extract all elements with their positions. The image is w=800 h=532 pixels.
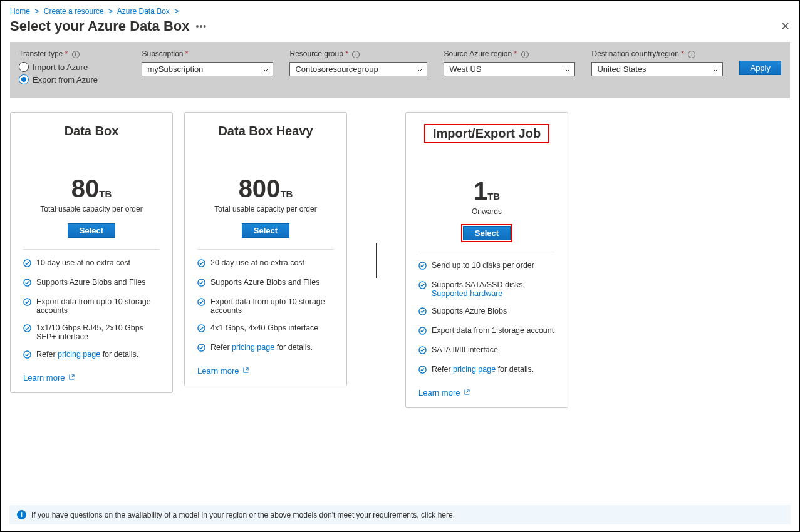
feature-item: Supports SATA/SSD disks. Supported hardw…	[418, 280, 555, 298]
feature-item: 10 day use at no extra cost	[23, 258, 160, 269]
resource-group-label: Resource group * i	[289, 49, 427, 58]
check-icon	[197, 324, 205, 334]
pricing-page-link[interactable]: pricing page	[232, 343, 274, 352]
card-import-export-job: Import/Export Job 1TB Onwards Select Sen…	[405, 112, 568, 408]
check-icon	[418, 366, 427, 376]
feature-item: Export data from upto 10 storage account…	[23, 297, 160, 315]
breadcrumb: Home > Create a resource > Azure Data Bo…	[1, 1, 799, 18]
check-icon	[23, 279, 31, 289]
check-icon	[197, 259, 205, 269]
check-icon	[418, 281, 427, 291]
check-icon	[418, 262, 427, 272]
pricing-page-link[interactable]: pricing page	[58, 350, 100, 359]
source-region-label: Source Azure region * i	[444, 49, 575, 58]
check-icon	[418, 307, 427, 317]
capacity-value: 1TB	[418, 178, 555, 203]
info-icon[interactable]: i	[72, 51, 80, 58]
check-icon	[418, 346, 427, 356]
feature-item: Supports Azure Blobs	[418, 307, 555, 317]
feature-item: Refer pricing page for details.	[197, 343, 334, 354]
info-icon: i	[17, 510, 26, 519]
learn-more-link[interactable]: Learn more	[23, 373, 75, 382]
feature-item: Supports Azure Blobs and Files	[197, 278, 334, 289]
card-data-box: Data Box 80TB Total usable capacity per …	[10, 112, 173, 393]
check-icon	[197, 344, 205, 354]
learn-more-link[interactable]: Learn more	[418, 388, 470, 397]
card-title: Import/Export Job	[424, 124, 549, 143]
vertical-divider	[376, 243, 377, 278]
capacity-value: 800TB	[197, 176, 334, 201]
external-link-icon	[242, 366, 249, 376]
supported-hardware-link[interactable]: Supported hardware	[432, 289, 502, 298]
info-icon[interactable]: i	[521, 51, 529, 58]
check-icon	[23, 324, 31, 334]
source-region-select[interactable]: West US	[444, 62, 575, 76]
feature-item: 20 day use at no extra cost	[197, 258, 334, 269]
feature-item: Export data from upto 10 storage account…	[197, 297, 334, 315]
capacity-subtitle: Total usable capacity per order	[23, 205, 160, 213]
external-link-icon	[464, 388, 470, 397]
filter-panel: Transfer type * i Import to Azure Export…	[10, 42, 790, 98]
learn-more-link[interactable]: Learn more	[197, 366, 249, 376]
info-bar-text: If you have questions on the availabilit…	[31, 511, 455, 519]
radio-export-from-azure[interactable]: Export from Azure	[19, 74, 125, 84]
capacity-value: 80TB	[23, 176, 160, 201]
chevron-down-icon	[262, 66, 269, 75]
pricing-page-link[interactable]: pricing page	[453, 365, 496, 374]
feature-item: Refer pricing page for details.	[23, 350, 160, 361]
check-icon	[197, 298, 205, 308]
subscription-select[interactable]: mySubscription	[142, 62, 273, 76]
transfer-type-label: Transfer type * i	[19, 49, 125, 58]
check-icon	[23, 259, 31, 269]
chevron-down-icon	[564, 66, 571, 75]
divider	[418, 252, 555, 252]
info-icon[interactable]: i	[688, 51, 695, 58]
resource-group-select[interactable]: Contosoresourcegroup	[289, 62, 427, 76]
destination-select[interactable]: United States	[591, 62, 723, 76]
subscription-label: Subscription *	[142, 49, 273, 58]
feature-item: SATA II/III interface	[418, 345, 555, 356]
breadcrumb-azure-data-box[interactable]: Azure Data Box	[117, 7, 170, 16]
chevron-right-icon: >	[108, 7, 113, 16]
check-icon	[23, 298, 31, 308]
breadcrumb-create-resource[interactable]: Create a resource	[44, 7, 104, 16]
chevron-right-icon: >	[174, 7, 179, 16]
check-icon	[23, 350, 31, 361]
close-icon[interactable]: ✕	[781, 19, 790, 33]
select-button[interactable]: Select	[242, 223, 289, 238]
info-bar[interactable]: i If you have questions on the availabil…	[9, 505, 791, 524]
card-title: Data Box Heavy	[197, 124, 334, 138]
destination-label: Destination country/region * i	[591, 49, 723, 58]
feature-item: Refer pricing page for details.	[418, 365, 555, 376]
feature-item: Supports Azure Blobs and Files	[23, 278, 160, 289]
divider	[23, 249, 160, 250]
breadcrumb-home[interactable]: Home	[10, 7, 30, 16]
card-title: Data Box	[23, 124, 160, 138]
radio-import-to-azure[interactable]: Import to Azure	[19, 62, 125, 72]
check-icon	[197, 279, 205, 289]
chevron-down-icon	[417, 66, 423, 75]
chevron-down-icon	[712, 66, 719, 75]
external-link-icon	[68, 373, 75, 382]
card-data-box-heavy: Data Box Heavy 800TB Total usable capaci…	[184, 112, 347, 386]
capacity-subtitle: Total usable capacity per order	[197, 205, 334, 213]
capacity-subtitle: Onwards	[418, 207, 555, 216]
feature-item: Send up to 10 disks per order	[418, 261, 555, 272]
apply-button[interactable]: Apply	[739, 61, 781, 75]
feature-item: 1x1/10 Gbps RJ45, 2x10 Gbps SFP+ interfa…	[23, 324, 160, 341]
chevron-right-icon: >	[34, 7, 39, 16]
select-button[interactable]: Select	[68, 223, 115, 238]
info-icon[interactable]: i	[352, 51, 360, 58]
check-icon	[418, 327, 427, 337]
more-actions-button[interactable]: •••	[196, 21, 207, 31]
select-button[interactable]: Select	[463, 226, 511, 240]
feature-item: 4x1 Gbps, 4x40 Gbps interface	[197, 324, 334, 334]
page-title: Select your Azure Data Box	[10, 18, 190, 34]
feature-item: Export data from 1 storage account	[418, 326, 555, 337]
divider	[197, 249, 334, 250]
